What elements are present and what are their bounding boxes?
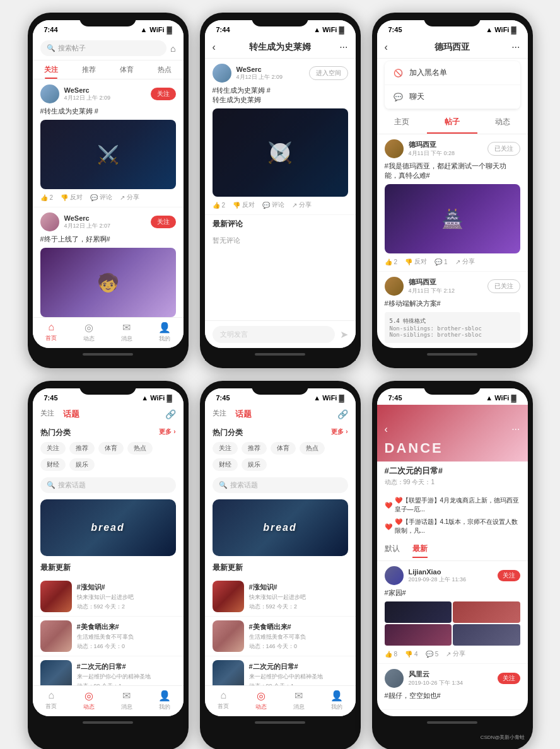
hot-tag-yule-4[interactable]: 娱乐 [69, 458, 95, 471]
nav-home-1[interactable]: ⌂ 首页 [33, 318, 71, 348]
home-indicator-3 [377, 348, 528, 361]
topic-item-4-2[interactable]: #美食晒出来# 生活难抵美食不可辜负 动态：146 今天：0 [33, 617, 184, 656]
like-action-6-1[interactable]: 👍8 [385, 651, 398, 658]
nav-msg-1[interactable]: ✉ 消息 [108, 318, 146, 348]
hot-tag-tuijian-5[interactable]: 推荐 [242, 442, 267, 455]
hot-tag-caijing-5[interactable]: 财经 [213, 458, 238, 471]
chat-action-3[interactable]: 💬 聊天 [385, 85, 520, 109]
content-2: WeSerc 4月12日 上午 2:09 进入空间 #转生成为史莱姆 # 转生成… [205, 59, 356, 348]
community-follow-btn-6-1[interactable]: 关注 [498, 570, 520, 581]
nav-dynamic-5[interactable]: ◎ 动态 [242, 686, 280, 716]
back-btn-3[interactable]: ‹ [385, 42, 388, 53]
back-btn-6[interactable]: ‹ [385, 424, 388, 435]
like-action-2[interactable]: 👍2 [213, 202, 226, 209]
share-action-3-1[interactable]: ↗分享 [455, 257, 475, 266]
huati-nav-5[interactable]: 话题 [235, 409, 252, 420]
topic-item-4-3[interactable]: #二次元的日常# 来一起维护你心中的精神圣地 动态：99 今天：1 [33, 656, 184, 685]
share-action-1-1[interactable]: ↗分享 [120, 193, 139, 202]
tab-guanzhu-1[interactable]: 关注 [33, 61, 71, 79]
highlight-6-1[interactable]: ❤️ ❤️【联盟手游】4月龙魂商店上新，德玛西亚皇子—厄... [385, 494, 520, 516]
topic-item-4-1[interactable]: #涨知识# 快来涨知识一起进步吧 动态：592 今天：2 [33, 577, 184, 617]
back-btn-2[interactable]: ‹ [213, 42, 216, 53]
search-input-1[interactable]: 🔍 搜索帖子 [40, 40, 167, 56]
like-action-1-1[interactable]: 👍2 [40, 194, 54, 201]
highlight-text-6-1: ❤️【联盟手游】4月龙魂商店上新，德玛西亚皇子—厄... [395, 496, 520, 514]
tab-dynamic-3[interactable]: 动态 [477, 112, 528, 134]
topic-item-5-3[interactable]: #二次元的日常# 来一起维护你心中的精神圣地 动态：99 今天：1 [205, 656, 356, 685]
more-btn-2[interactable]: ··· [339, 42, 347, 53]
share-action-6-1[interactable]: ↗分享 [446, 649, 465, 658]
nav-home-4[interactable]: ⌂ 首页 [33, 686, 71, 716]
nav-dynamic-4[interactable]: ◎ 动态 [70, 686, 108, 716]
comment-action-6-1[interactable]: 💬5 [426, 651, 439, 658]
dislike-action-3-1[interactable]: 👎反对 [405, 257, 427, 266]
search-topic-5[interactable]: 🔍 搜索话题 [213, 477, 348, 493]
topic-banner-4: bread [40, 499, 176, 556]
community-follow-btn-6-2[interactable]: 关注 [498, 673, 520, 684]
dislike-action-6-1[interactable]: 👎4 [405, 651, 418, 658]
follow-btn-1-1[interactable]: 关注 [151, 88, 176, 100]
hot-tag-caijing-4[interactable]: 财经 [40, 458, 66, 471]
nav-home-5[interactable]: ⌂ 首页 [205, 686, 243, 716]
search-topic-4[interactable]: 🔍 搜索话题 [40, 477, 176, 493]
huati-nav-4[interactable]: 话题 [63, 409, 79, 420]
share-action-2[interactable]: ↗分享 [292, 200, 312, 209]
nav-msg-4[interactable]: ✉ 消息 [108, 686, 146, 716]
home-link-1[interactable]: ⌂ [170, 44, 175, 54]
tab-posts-3[interactable]: 帖子 [427, 112, 477, 134]
hot-tag-guanzhu-4[interactable]: 关注 [40, 442, 66, 455]
topic-item-5-1[interactable]: #涨知识# 快来涨知识一起进步吧 动态：592 今天：2 [205, 577, 356, 617]
topic-item-5-2[interactable]: #美食晒出来# 生活难抵美食不可辜负 动态：146 今天：0 [205, 617, 356, 656]
more-btn-3[interactable]: ··· [511, 42, 520, 53]
text-1-2: #终于上线了，好累啊# [40, 235, 176, 244]
follow-btn-1-2[interactable]: 关注 [151, 216, 176, 228]
nav-home-icon-4: ⌂ [49, 690, 55, 701]
hot-tag-guanzhu-5[interactable]: 关注 [213, 442, 238, 455]
tab-redian-1[interactable]: 热点 [146, 61, 184, 79]
filter-latest-6[interactable]: 最新 [412, 543, 428, 558]
hot-more-4[interactable]: 更多 › [159, 427, 175, 438]
topic-thumb-4-1 [40, 581, 72, 612]
nav-me-1[interactable]: 👤 我的 [146, 318, 184, 348]
highlight-6-2[interactable]: ❤️ ❤️【手游话题】4.1版本，宗师不在设置人数限制，凡... [385, 516, 520, 537]
hot-tag-tiyu-5[interactable]: 体育 [271, 442, 296, 455]
wifi-icon-1: WiFi [149, 26, 164, 33]
nav-dynamic-1[interactable]: ◎ 动态 [70, 318, 108, 348]
guanzhu-nav-5[interactable]: 关注 [213, 409, 226, 420]
comment-input-2[interactable]: 文明发言 [213, 326, 335, 343]
share-icon-5[interactable]: 🔗 [337, 409, 348, 419]
comment-action-2[interactable]: 💬评论 [262, 200, 284, 209]
dislike-action-1-1[interactable]: 👎反对 [61, 193, 83, 202]
like-action-3-1[interactable]: 👍2 [385, 258, 398, 265]
time-2: 7:44 [216, 26, 230, 33]
profile-post-3-2: 德玛西亚 4月11日 下午 2:12 已关注 #移动端解决方案# 5.4 特殊格… [377, 272, 528, 348]
send-btn-2[interactable]: ➤ [340, 328, 348, 340]
nav-msg-label-5: 消息 [293, 703, 305, 711]
enter-space-btn-2[interactable]: 进入空间 [309, 66, 348, 80]
dislike-action-2[interactable]: 👎反对 [233, 200, 255, 209]
filter-default-6[interactable]: 默认 [385, 543, 400, 558]
tab-tuijian-1[interactable]: 推荐 [70, 61, 108, 79]
more-btn-6[interactable]: ··· [511, 424, 520, 435]
comment-action-3-1[interactable]: 💬1 [435, 258, 448, 265]
followed-btn-3-2[interactable]: 已关注 [487, 279, 520, 293]
followed-btn-3-1[interactable]: 已关注 [487, 142, 520, 156]
post-header-1-1: WeSerc 4月12日 上午 2:09 关注 [40, 84, 176, 103]
search-bar-1[interactable]: 🔍 搜索帖子 ⌂ [33, 37, 184, 61]
nav-msg-5[interactable]: ✉ 消息 [280, 686, 318, 716]
share-icon-4[interactable]: 🔗 [165, 409, 176, 419]
community-username-6-2: 风里云 [409, 670, 493, 679]
tab-tiyu-1[interactable]: 体育 [108, 61, 146, 79]
hot-tag-tiyu-4[interactable]: 体育 [98, 442, 124, 455]
comment-action-1-1[interactable]: 💬评论 [90, 193, 112, 202]
hot-more-5[interactable]: 更多 › [331, 427, 347, 438]
hot-tag-tuijian-4[interactable]: 推荐 [69, 442, 95, 455]
hot-tag-redian-4[interactable]: 热点 [127, 442, 153, 455]
blacklist-action-3[interactable]: 🚫 加入黑名单 [385, 61, 520, 85]
hot-tag-yule-5[interactable]: 娱乐 [242, 458, 267, 471]
nav-me-5[interactable]: 👤 我的 [318, 686, 356, 716]
hot-tag-redian-5[interactable]: 热点 [300, 442, 325, 455]
guanzhu-nav-4[interactable]: 关注 [40, 409, 54, 420]
nav-me-4[interactable]: 👤 我的 [146, 686, 184, 716]
tab-homepage-3[interactable]: 主页 [377, 112, 428, 134]
